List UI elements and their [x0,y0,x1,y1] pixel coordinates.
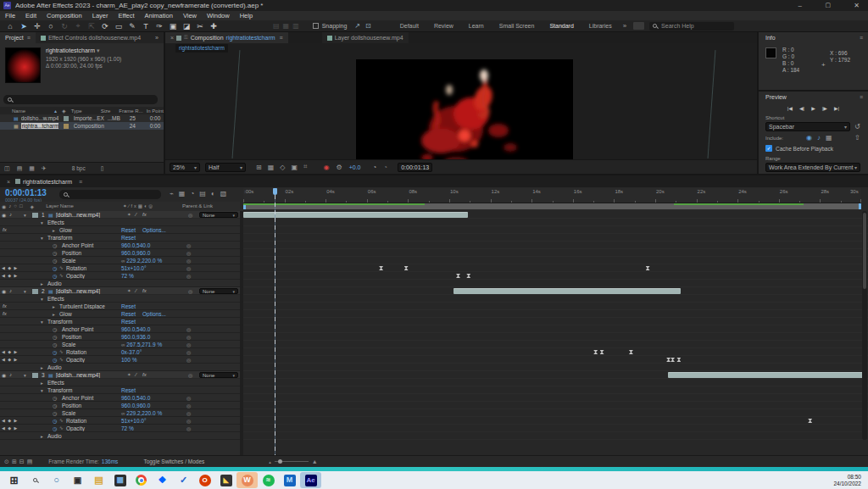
keyframe-icon[interactable] [666,358,670,362]
group-row[interactable]: ▾TransformReset [0,386,868,394]
timeline-zoom-handle[interactable] [278,459,282,464]
property-value[interactable]: 960.0,960.0 [121,403,150,408]
value-options-link[interactable]: Options... [142,227,166,233]
search-button[interactable] [25,472,46,488]
value-text[interactable]: 267.5,271.9 % [126,342,162,347]
timeline-track[interactable] [243,371,868,379]
task-view-button[interactable]: ▣ [67,472,88,488]
value-text[interactable]: 960.0,960.0 [121,250,150,256]
group-row[interactable]: ▸Audio [0,280,868,287]
twirl-icon[interactable]: ▾ [41,236,43,241]
layer-row[interactable]: ◉♪▾3▤[dollsh...new.mp4]✦∕fx◎None▾ [0,371,868,379]
layer-visibility-icon[interactable]: ◉ [2,288,6,294]
property-pickwhip-icon[interactable]: ◎ [186,410,191,416]
parent-pickwhip-icon[interactable]: ◎ [188,372,192,378]
menu-item-effect[interactable]: Effect [113,12,139,19]
stopwatch-icon[interactable]: ◷ [53,403,57,408]
property-pickwhip-icon[interactable]: ◎ [186,258,191,264]
keyframe-icon[interactable] [808,419,812,423]
share-frame-icon[interactable]: ⇧ [854,134,860,142]
value-text[interactable]: 960.0,936.0 [121,334,150,340]
keyframe-icon[interactable] [404,266,409,270]
quality-switch-icon[interactable]: ∕ [136,288,136,293]
property-pickwhip-icon[interactable]: ◎ [186,395,191,401]
layer-name[interactable]: [dollsh...new.mp4] [56,212,100,218]
group-row[interactable]: fx▸GlowResetOptions... [0,310,868,318]
stopwatch-icon[interactable]: ◷ [53,326,57,332]
collapse-switch-icon[interactable]: ✦ [127,288,131,293]
property-pickwhip-icon[interactable]: ◎ [186,403,191,408]
whatsapp-icon[interactable]: W [236,472,258,488]
minimize-button[interactable]: – [798,2,802,9]
timeline-track[interactable] [243,234,868,242]
timeline-track[interactable] [243,264,868,272]
stopwatch-icon[interactable]: ◷ [53,342,57,347]
spotify-icon[interactable]: ≈ [258,472,279,488]
property-value[interactable]: 100 % [121,357,136,363]
timeline-menu-icon[interactable]: ≡ [79,179,82,185]
chain-link-icon[interactable]: ∞ [121,411,125,416]
keyframe-icon[interactable] [600,350,604,354]
timeline-track[interactable] [243,242,868,249]
timeline-track[interactable] [243,402,868,409]
timeline-track[interactable] [243,226,868,234]
project-selected-name[interactable]: rightratiotestcharm ▾ [46,47,99,54]
stopwatch-icon[interactable]: ◷ [53,395,57,401]
region-of-interest-icon[interactable]: ⊞ [256,164,262,171]
proxy-icon[interactable]: ▤ [27,458,36,465]
roto-brush-tool-icon[interactable]: ✂ [193,22,207,31]
parent-select[interactable]: None▾ [199,212,238,218]
stopwatch-icon[interactable]: ◷ [53,242,57,248]
property-row[interactable]: ◀ ◆ ▶◷∿Opacity◎72 % [0,272,868,280]
timeline-track[interactable] [243,318,868,325]
timeline-track[interactable] [243,432,868,440]
stopwatch-icon[interactable]: ◷ [53,265,57,271]
work-area-end-handle[interactable] [859,203,861,209]
gear-icon[interactable]: ⚙ [336,164,342,171]
parent-pickwhip-icon[interactable]: ◎ [188,212,192,218]
fx-switch-icon[interactable]: fx [142,212,147,217]
twirl-icon[interactable]: ▸ [41,281,43,286]
value-text[interactable]: Reset [121,387,136,393]
zoom-tool-icon[interactable]: ○ [44,22,58,31]
property-value[interactable]: 51x+10.0° [121,418,147,424]
timeline-track[interactable] [243,287,868,295]
stopwatch-icon[interactable]: ◷ [53,258,57,264]
timeline-zoom-slider[interactable] [275,461,309,462]
grid-icon[interactable]: ⌗ [303,163,308,171]
layer-visibility-icon[interactable]: ◉ [2,212,6,218]
workspace-tab-review[interactable]: Review [426,23,461,29]
type-tool-icon[interactable]: T [139,22,153,31]
align-left-icon[interactable]: ▤ [273,22,280,30]
layer-duration-bar[interactable] [668,372,865,378]
property-value[interactable]: ∞229.2,220.0 % [121,258,162,264]
hand-tool-icon[interactable]: ✛ [31,22,44,31]
collapse-switch-icon[interactable]: ✦ [127,372,131,377]
property-row[interactable]: ◷Anchor Point◎960.0,540.0 [0,242,868,249]
fx-switch-icon[interactable]: fx [142,288,147,293]
zoom-select[interactable]: 25%▾ [170,163,200,172]
todo-icon[interactable]: ✓ [173,472,194,488]
property-row[interactable]: ◀ ◆ ▶◷∿Opacity◎72 % [0,425,868,432]
render-status-icon[interactable]: ⊙ [4,458,12,465]
property-row[interactable]: ◷Scale◎∞229.2,220.0 % [0,257,868,264]
menu-item-help[interactable]: Help [235,12,258,19]
keyframe-navigator[interactable]: ◀ ◆ ▶ [2,273,18,278]
timeline-zoom-out-icon[interactable]: ▴ [269,459,271,464]
twirl-icon[interactable]: ▾ [41,297,43,302]
tab-composition[interactable]: × ⚿ Composition rightratiotestcharm ≡ [165,32,288,43]
label-color-swatch[interactable] [64,116,69,121]
snap-edges-icon[interactable]: ↗ [354,22,360,30]
property-value[interactable]: Reset [121,303,136,309]
expression-icon[interactable]: ∿ [59,273,64,278]
group-row[interactable]: ▾TransformReset [0,318,868,325]
channel-icon[interactable]: ◉ [324,164,330,171]
layer-duration-bar[interactable] [453,288,681,294]
snapping-checkbox[interactable] [313,23,319,29]
keyframe-icon[interactable] [676,358,681,362]
next-frame-button[interactable]: |▶ [822,105,827,111]
property-pickwhip-icon[interactable]: ◎ [186,242,191,248]
parent-select[interactable]: None▾ [199,288,238,294]
property-value[interactable]: 0x-37.0° [121,349,142,355]
layer-row[interactable]: ◉♪▾1▤[dollsh...new.mp4]✦∕fx◎None▾ [0,211,868,219]
